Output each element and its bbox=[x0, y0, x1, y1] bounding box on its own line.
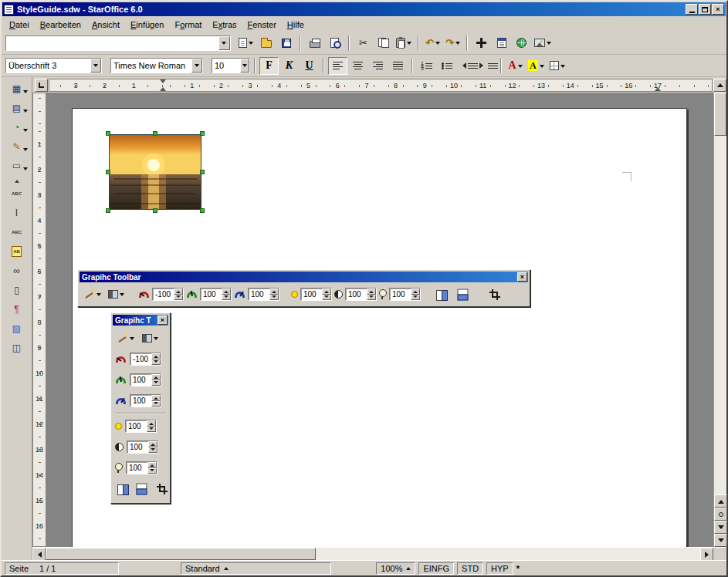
first-line-indent-marker[interactable] bbox=[160, 79, 166, 86]
spellcheck-button[interactable]: ABC bbox=[5, 184, 29, 203]
graphic-toolbar-small-close-button[interactable]: × bbox=[157, 315, 168, 325]
minimize-button[interactable] bbox=[686, 4, 698, 15]
brightness-decrease-button-v[interactable] bbox=[147, 427, 156, 433]
online-layout-button[interactable]: ◫ bbox=[5, 339, 29, 357]
next-page-button[interactable] bbox=[714, 521, 727, 534]
highlighting-button[interactable]: A bbox=[526, 57, 547, 75]
undo-button[interactable]: ↶ bbox=[423, 34, 442, 52]
graphic-toolbar-close-button[interactable]: × bbox=[517, 272, 527, 282]
contrast-increase-button-v[interactable] bbox=[148, 441, 157, 447]
page-status-cell[interactable]: Seite 1 / 1 bbox=[5, 562, 119, 575]
cut-button[interactable]: ✂ bbox=[354, 34, 373, 52]
show-draw-functions-button[interactable]: ✎ bbox=[5, 137, 29, 156]
resize-handle-n[interactable] bbox=[153, 131, 157, 136]
hyperlink-mode-cell[interactable]: HYP bbox=[486, 562, 513, 575]
filter-button[interactable] bbox=[82, 285, 103, 303]
red-spinbox[interactable]: -100 bbox=[152, 288, 184, 301]
load-url-input[interactable] bbox=[6, 36, 218, 50]
green-decrease-button-v[interactable] bbox=[151, 380, 161, 386]
auto-spellcheck-button[interactable]: ABC bbox=[5, 223, 29, 241]
print-button[interactable] bbox=[305, 34, 324, 52]
vertical-scrollbar-thumb[interactable] bbox=[714, 93, 726, 136]
crop-button[interactable] bbox=[485, 285, 504, 303]
graphic-toolbar-floating-small[interactable]: Grapihc T × -100 bbox=[110, 312, 171, 504]
horizontal-scrollbar-thumb[interactable] bbox=[46, 548, 316, 560]
left-indent-marker[interactable] bbox=[160, 84, 166, 91]
menu-format[interactable]: Format bbox=[169, 19, 207, 31]
decrease-indent-button[interactable] bbox=[457, 57, 476, 75]
blue-increase-button[interactable] bbox=[269, 288, 279, 295]
blue-spinbox-v[interactable]: 100 bbox=[130, 394, 161, 407]
paragraph-style-dropdown-button[interactable] bbox=[90, 59, 101, 73]
numbered-list-button[interactable] bbox=[417, 57, 436, 75]
insert-mode-cell[interactable]: EINFG bbox=[418, 562, 454, 575]
horizontal-ruler[interactable]: 3211234567891011121314151617 bbox=[49, 79, 713, 92]
brightness-spinbox[interactable]: 100 bbox=[300, 288, 332, 301]
resize-handle-sw[interactable] bbox=[106, 208, 110, 213]
menu-fenster[interactable]: Fenster bbox=[242, 19, 282, 31]
red-increase-button[interactable] bbox=[174, 288, 183, 295]
menu-hilfe[interactable]: Hilfe bbox=[282, 19, 310, 31]
document-view[interactable]: Grapihc Toolbar × -100 100 1 bbox=[46, 93, 713, 547]
graphic-toolbar-titlebar[interactable]: Grapihc Toolbar × bbox=[80, 272, 528, 282]
navigator-button[interactable] bbox=[472, 34, 491, 52]
find-replace-button[interactable]: AB bbox=[5, 242, 29, 261]
close-button[interactable]: × bbox=[712, 4, 724, 15]
graphics-on-off-button[interactable]: ▨ bbox=[5, 319, 29, 338]
menu-extras[interactable]: Extras bbox=[207, 19, 242, 31]
horizontal-scrollbar[interactable] bbox=[32, 547, 726, 560]
gamma-decrease-button[interactable] bbox=[411, 295, 420, 301]
brightness-decrease-button[interactable] bbox=[322, 295, 331, 301]
previous-page-button[interactable] bbox=[714, 494, 727, 508]
blue-decrease-button[interactable] bbox=[269, 295, 279, 301]
red-spinbox-v[interactable]: -100 bbox=[130, 353, 161, 366]
green-increase-button[interactable] bbox=[222, 288, 231, 295]
gamma-spinbox[interactable]: 100 bbox=[389, 288, 421, 301]
menu-bearbeiten[interactable]: Bearbeiten bbox=[35, 19, 86, 31]
copy-button[interactable] bbox=[374, 34, 393, 52]
load-url-dropdown-button[interactable] bbox=[218, 36, 230, 50]
contrast-decrease-button-v[interactable] bbox=[148, 447, 157, 454]
contrast-spinbox-v[interactable]: 100 bbox=[127, 440, 158, 454]
selection-mode-cell[interactable]: STD bbox=[457, 562, 483, 575]
vertical-scrollbar[interactable] bbox=[713, 93, 726, 547]
borders-button[interactable] bbox=[547, 57, 567, 75]
resize-handle-w[interactable] bbox=[106, 170, 110, 174]
font-name-input[interactable] bbox=[111, 59, 191, 73]
scroll-left-button[interactable] bbox=[32, 548, 46, 561]
selected-image[interactable] bbox=[109, 134, 201, 210]
resize-handle-se[interactable] bbox=[200, 208, 205, 213]
filter-button-v[interactable] bbox=[115, 329, 137, 347]
load-url-field[interactable] bbox=[5, 35, 231, 51]
align-center-button[interactable] bbox=[348, 57, 367, 75]
graphics-mode-button-v[interactable] bbox=[140, 329, 161, 347]
font-name-dropdown-button[interactable] bbox=[191, 59, 202, 73]
vertical-scrollbar-track[interactable] bbox=[714, 136, 726, 494]
graphic-toolbar-floating[interactable]: Grapihc Toolbar × -100 100 1 bbox=[77, 269, 530, 307]
open-button[interactable] bbox=[256, 34, 276, 52]
italic-button[interactable]: K bbox=[279, 57, 299, 75]
increase-indent-button[interactable] bbox=[477, 57, 496, 75]
tab-stop-selector[interactable] bbox=[35, 79, 48, 92]
paragraph-style-input[interactable] bbox=[6, 59, 90, 73]
contrast-spinbox[interactable]: 100 bbox=[345, 288, 377, 301]
font-size-input[interactable] bbox=[212, 59, 240, 73]
green-spinbox[interactable]: 100 bbox=[200, 288, 232, 301]
direct-cursor-button[interactable]: I bbox=[5, 204, 29, 222]
red-decrease-button[interactable] bbox=[174, 295, 183, 301]
scroll-right-button[interactable] bbox=[700, 548, 713, 561]
scroll-up-button[interactable] bbox=[713, 79, 726, 92]
contrast-increase-button[interactable] bbox=[367, 288, 376, 295]
save-button[interactable] bbox=[276, 34, 296, 52]
brightness-increase-button[interactable] bbox=[322, 288, 331, 295]
form-button[interactable]: ▭ bbox=[5, 157, 29, 175]
red-decrease-button-v[interactable] bbox=[151, 359, 161, 366]
titlebar[interactable]: StyleGuide.sdw - StarOffice 6.0 × bbox=[2, 2, 726, 16]
scroll-down-button[interactable] bbox=[714, 534, 727, 547]
menu-datei[interactable]: Datei bbox=[4, 19, 35, 31]
horizontal-scrollbar-track[interactable] bbox=[316, 548, 700, 560]
gamma-increase-button-v[interactable] bbox=[147, 462, 157, 468]
flip-horizontal-button[interactable] bbox=[432, 285, 452, 303]
insert-button[interactable]: ▦ bbox=[5, 79, 29, 98]
data-sources-button[interactable]: ▯ bbox=[5, 281, 29, 299]
